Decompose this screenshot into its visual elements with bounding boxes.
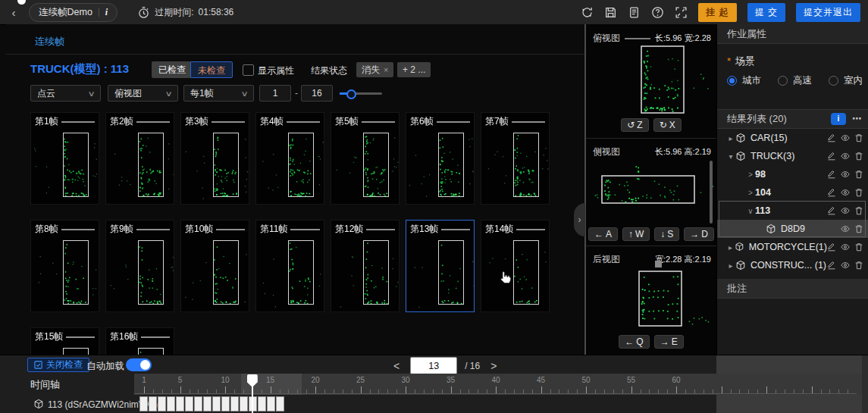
rearview-anchor-square[interactable] bbox=[655, 261, 662, 268]
track-frame-block-1[interactable] bbox=[139, 396, 148, 411]
range-to-input[interactable] bbox=[301, 85, 333, 102]
result-item-construc-1[interactable]: ▸CONSTRUC... (1) bbox=[717, 256, 868, 274]
rotate-x-button[interactable]: ↻X bbox=[653, 118, 682, 132]
radio-indoor[interactable]: 室内 bbox=[829, 74, 863, 87]
eye-icon[interactable] bbox=[841, 242, 850, 252]
frame-thumbnail-3[interactable]: 第3帧 bbox=[180, 112, 249, 205]
edit-icon[interactable] bbox=[827, 170, 836, 179]
frame-thumbnail-14[interactable]: 第14帧 bbox=[481, 220, 550, 312]
back-icon[interactable]: ‹ bbox=[8, 6, 20, 19]
trash-icon[interactable] bbox=[854, 133, 863, 142]
frame-thumbnail-4[interactable]: 第4帧 bbox=[255, 112, 324, 205]
trash-icon[interactable] bbox=[854, 152, 863, 161]
current-frame-input[interactable] bbox=[410, 357, 457, 374]
result-item-motorcycle-1[interactable]: ▸MOTORCYCLE(1) bbox=[717, 238, 868, 256]
edit-icon[interactable] bbox=[827, 206, 836, 215]
sideview-canvas[interactable] bbox=[593, 159, 716, 223]
submit-button[interactable]: 提 交 bbox=[747, 3, 785, 22]
caret-icon[interactable]: ▸ bbox=[726, 243, 735, 252]
result-item-104[interactable]: >104 bbox=[717, 183, 868, 202]
track-frame-block-2[interactable] bbox=[149, 396, 157, 411]
trash-icon[interactable] bbox=[854, 188, 863, 197]
frame-thumbnail-13[interactable]: 第13帧 bbox=[406, 220, 475, 312]
save-icon[interactable] bbox=[604, 6, 617, 19]
autoload-toggle[interactable] bbox=[126, 358, 152, 371]
move-up-button[interactable]: ↑W bbox=[622, 227, 650, 241]
caret-icon[interactable]: ▾ bbox=[726, 152, 735, 161]
edit-icon[interactable] bbox=[827, 188, 836, 197]
show-attributes-checkbox[interactable] bbox=[243, 64, 254, 76]
track-frame-block-8[interactable] bbox=[203, 396, 212, 411]
track-frame-block-10[interactable] bbox=[221, 396, 230, 411]
move-down-button[interactable]: ↓S bbox=[654, 227, 679, 241]
framestep-select[interactable]: 每1帧∨ bbox=[183, 85, 254, 102]
pointcloud-select[interactable]: 点云∨ bbox=[30, 85, 101, 102]
track-frame-block-9[interactable] bbox=[212, 396, 221, 411]
suspend-button[interactable]: 挂 起 bbox=[698, 3, 736, 22]
rotate-e-button[interactable]: →E bbox=[654, 335, 684, 349]
topview-canvas[interactable] bbox=[593, 44, 716, 115]
frame-thumbnail-6[interactable]: 第6帧 bbox=[406, 112, 475, 205]
eye-icon[interactable] bbox=[841, 261, 850, 270]
caret-icon[interactable]: ▸ bbox=[726, 261, 735, 270]
track-frame-block-3[interactable] bbox=[158, 396, 166, 411]
track-frame-block-11[interactable] bbox=[230, 396, 239, 411]
task-title-pill[interactable]: 连续帧Demo i bbox=[29, 3, 118, 22]
caret-icon[interactable]: > bbox=[746, 171, 755, 179]
track-frame-block-7[interactable] bbox=[194, 396, 202, 411]
sideview-scrollbar[interactable] bbox=[710, 161, 713, 224]
radio-highway[interactable]: 高速 bbox=[778, 74, 812, 87]
frame-thumbnail-5[interactable]: 第5帧 bbox=[331, 112, 400, 205]
help-icon[interactable] bbox=[651, 6, 664, 19]
result-item-113[interactable]: ∨113 bbox=[717, 202, 868, 220]
result-item-98[interactable]: >98 bbox=[717, 165, 868, 183]
track-frame-block-6[interactable] bbox=[185, 396, 193, 411]
frame-thumbnail-2[interactable]: 第2帧 bbox=[105, 112, 174, 205]
caret-icon[interactable]: ▸ bbox=[726, 134, 735, 142]
status-tag-disappear[interactable]: 消失× bbox=[356, 62, 393, 77]
move-right-button[interactable]: →D bbox=[684, 227, 714, 241]
fullscreen-icon[interactable] bbox=[675, 6, 688, 19]
frame-thumbnail-15[interactable]: 第15帧 bbox=[30, 327, 99, 355]
track-frame-block-16[interactable] bbox=[276, 396, 284, 411]
result-item-d8d9[interactable]: D8D9 bbox=[717, 220, 868, 238]
rotate-q-button[interactable]: ←Q bbox=[619, 335, 649, 349]
info-badge-button[interactable]: i bbox=[831, 113, 846, 125]
frame-thumbnail-16[interactable]: 第16帧 bbox=[105, 327, 174, 355]
close-check-button[interactable]: 关闭检查 bbox=[27, 358, 89, 372]
frame-thumbnail-12[interactable]: 第12帧 bbox=[331, 220, 400, 312]
viewmode-select[interactable]: 俯视图∨ bbox=[108, 85, 178, 102]
next-frame-button[interactable]: > bbox=[487, 360, 500, 372]
info-icon[interactable]: i bbox=[105, 7, 108, 18]
rotate-z-button[interactable]: ↺Z bbox=[621, 118, 648, 132]
status-tag-more[interactable]: + 2 ... bbox=[397, 62, 431, 77]
trash-icon[interactable] bbox=[854, 242, 863, 252]
frame-thumbnail-9[interactable]: 第9帧 bbox=[105, 220, 174, 312]
track-frame-block-14[interactable] bbox=[258, 396, 266, 411]
track-frame-block-12[interactable] bbox=[240, 396, 248, 411]
eye-icon[interactable] bbox=[841, 188, 850, 197]
edit-icon[interactable] bbox=[827, 242, 836, 252]
radio-city[interactable]: 城市 bbox=[727, 74, 761, 87]
edit-icon[interactable] bbox=[827, 133, 836, 142]
eye-icon[interactable] bbox=[841, 170, 850, 179]
document-icon[interactable] bbox=[628, 6, 641, 19]
frame-thumbnail-7[interactable]: 第7帧 bbox=[481, 112, 550, 205]
caret-icon[interactable]: ∨ bbox=[746, 207, 755, 215]
caret-icon[interactable]: > bbox=[746, 189, 755, 197]
result-item-truck-3[interactable]: ▾TRUCK(3) bbox=[717, 147, 868, 165]
eye-icon[interactable] bbox=[841, 152, 850, 161]
checked-filter-button[interactable]: 已检查 bbox=[152, 61, 193, 78]
rearview-canvas[interactable] bbox=[593, 268, 716, 329]
submit-exit-button[interactable]: 提交并退出 bbox=[796, 3, 860, 22]
more-options-icon[interactable]: ⋯ bbox=[852, 109, 863, 129]
collapse-handle[interactable]: › bbox=[574, 203, 585, 236]
eye-icon[interactable] bbox=[841, 224, 850, 233]
result-item-car-15[interactable]: ▸CAR(15) bbox=[717, 129, 868, 147]
unchecked-filter-button[interactable]: 未检查 bbox=[190, 61, 233, 78]
trash-icon[interactable] bbox=[854, 170, 863, 179]
prev-frame-button[interactable]: < bbox=[390, 360, 403, 372]
edit-icon[interactable] bbox=[827, 261, 836, 270]
eye-icon[interactable] bbox=[841, 133, 850, 142]
frame-thumbnail-11[interactable]: 第11帧 bbox=[255, 220, 324, 312]
